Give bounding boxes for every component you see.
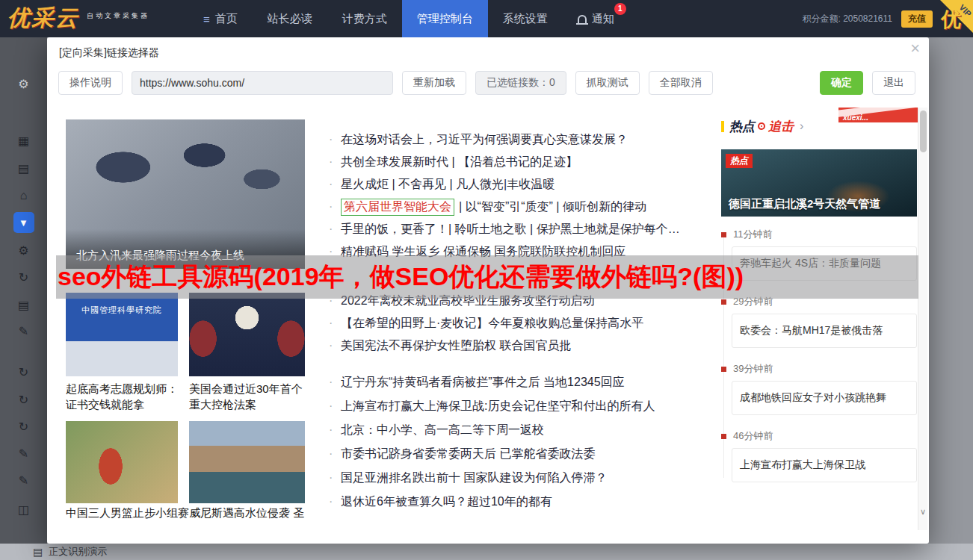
cancel-all-button[interactable]: 全部取消 [649,71,713,95]
refresh-icon[interactable]: ↻ [19,420,28,434]
doc-icon: ▤ [33,546,43,558]
refresh-icon[interactable]: ↻ [19,270,28,284]
gear-icon[interactable]: ⚙ [18,243,28,258]
list-icon[interactable]: ▤ [18,161,29,175]
nav-home-label: 首页 [215,12,238,26]
close-icon[interactable]: × [910,40,920,57]
hot-tag: 热点 [726,154,753,168]
logo-title: 优采云 [7,1,79,34]
recharge-button[interactable]: 充值 [901,10,933,28]
app-logo[interactable]: 优采云 自动文章采集器 [7,1,149,34]
headline-item[interactable]: · 2022年离校未就业高校毕业生服务攻坚行动启动 [329,290,717,312]
nav-billing[interactable]: 计费方式 [327,0,402,37]
bullet-icon: · [329,495,341,508]
edit-icon[interactable]: ✎ [19,447,28,461]
nav-system-settings[interactable]: 系统设置 [488,0,563,37]
filter-icon[interactable]: ▼ [13,212,34,233]
bullet-icon: · [329,339,341,352]
headline-link[interactable]: 2022年离校未就业高校毕业生服务攻坚行动启动 [341,293,595,309]
headline-link[interactable]: 共创全球发展新时代 | 【沿着总书记的足迹】 [341,155,578,170]
hot-news-link[interactable]: 上海宣布打赢大上海保卫战 [732,448,917,482]
sidebar-item-body-recognition-demo[interactable]: ▤ 正文识别演示 [33,545,107,559]
grab-test-button[interactable]: 抓取测试 [575,71,640,95]
headline-link[interactable]: 美国宪法不再保护女性堕胎权 联合国官员批 [341,338,571,354]
bullet-icon: · [329,155,341,169]
edit-icon[interactable]: ✎ [19,473,28,488]
headline-item[interactable]: · 上海宣布打赢大上海保卫战:历史会记住坚守和付出的所有人 [329,394,717,418]
hot-pursuit-section: 热点 追击 › 热点 德国正重启北溪2号天然气管道 11分钟前 [721,118,917,496]
hot-news-link[interactable]: 欧委会：马航MH17是被俄击落 [732,314,917,348]
embedded-webpage: xuexi... 北方入汛来最强降雨过程今夜上线 中國管理科學研究院 起底高考志… [66,108,927,530]
menu-icon: ≡ [203,13,210,25]
chevron-right-icon[interactable]: › [800,119,803,133]
edit-icon[interactable]: ✎ [19,324,28,338]
hot-news-link[interactable]: 奔驰车起火 4S店：非质量问题 [732,246,917,281]
gear-icon[interactable]: ⚙ [18,77,28,91]
news-caption[interactable]: 中国三人男篮止步小组赛 [66,506,189,520]
nav-admin-console[interactable]: 管理控制台 [402,0,488,37]
hot-section-header[interactable]: 热点 追击 › [721,118,917,134]
headline-link[interactable]: 手里的饭，更香了！| 聆听土地之歌 | 保护黑土地就是保护每个… [341,222,680,237]
hot-feature-caption[interactable]: 德国正重启北溪2号天然气管道 [729,197,880,211]
url-input[interactable] [132,71,393,95]
exit-button[interactable]: 退出 [872,71,915,95]
news-caption[interactable]: 美国会通过近30年首个重大控枪法案 [189,381,305,412]
bullet-icon: · [329,245,341,258]
headline-item[interactable]: · 精准赋码 学生返乡 保通保畅 国务院联防联控机制回应 [329,240,717,263]
scrollbar-thumb[interactable] [920,111,927,152]
selected-link-highlight[interactable]: 第六届世界智能大会 [341,199,454,216]
news-caption[interactable]: 起底高考志愿规划师：证书交钱就能拿 [66,381,178,412]
dialog-toolbar: 操作说明 重新加载 已选链接数：0 抓取测试 全部取消 确定 退出 [58,70,915,96]
bullet-icon: · [329,471,341,485]
list-icon[interactable]: ▤ [18,298,29,312]
news-image-basketball[interactable] [66,421,178,503]
headline-link[interactable]: | 以“智变”引“质变” | 倾听创新的律动 [459,199,646,215]
nav-webmaster-reading[interactable]: 站长必读 [253,0,327,37]
refresh-icon[interactable]: ↻ [19,365,28,379]
headline-item[interactable]: · 在这场对话会上，习近平为何强调要真心实意谋发展？ [329,128,717,151]
news-image-caption[interactable]: 北方入汛来最强降雨过程今夜上线 [66,229,305,269]
headline-item[interactable]: · 美国宪法不再保护女性堕胎权 联合国官员批 [329,335,717,357]
chevron-down-icon[interactable]: ∨ [918,507,927,517]
headline-item[interactable]: · 退休近6年被查算久吗？超过10年的都有 [329,490,717,514]
news-image-rain[interactable]: 北方入汛来最强降雨过程今夜上线 [66,119,305,269]
hot-feature-image[interactable]: 热点 德国正重启北溪2号天然气管道 [721,149,917,217]
headline-link[interactable]: 上海宣布打赢大上海保卫战:历史会记住坚守和付出的所有人 [341,399,655,414]
headline-link[interactable]: 北京：中小学、高一高二等下周一返校 [341,423,544,438]
news-image-academy[interactable]: 中國管理科學研究院 [66,293,178,376]
nav-home[interactable]: ≡ 首页 [188,0,253,37]
scrollbar[interactable]: ∨ [918,108,927,530]
help-button[interactable]: 操作说明 [58,71,123,95]
nav-notifications[interactable]: 通知 1 [563,0,629,37]
headline-item[interactable]: · 市委书记跻身省委常委两天后 已掌舵省委政法委 [329,442,717,466]
home-icon[interactable]: ⌂ [20,189,28,202]
headline-link[interactable]: 市委书记跻身省委常委两天后 已掌舵省委政法委 [341,447,595,462]
chart-icon[interactable]: ▦ [18,134,29,148]
headline-item[interactable]: · 【在希望的田野上·麦收记】今年夏粮收购总量保持高水平 [329,312,717,335]
headline-link[interactable]: 退休近6年被查算久吗？超过10年的都有 [341,494,552,510]
float-logo-badge[interactable]: 优 [941,6,961,33]
bullet-icon: · [329,447,341,461]
headline-item[interactable]: · 第六届世界智能大会 | 以“智变”引“质变” | 倾听创新的律动 [329,196,717,218]
hot-news-item: 11分钟前 奔驰车起火 4S店：非质量问题 [721,227,917,281]
headline-link[interactable]: 在这场对话会上，习近平为何强调要真心实意谋发展？ [341,132,628,148]
headline-item[interactable]: · 辽宁丹东“持黄码者看病被拦”事件之后 当地12345回应 [329,370,717,394]
headline-item[interactable]: · 手里的饭，更香了！| 聆听土地之歌 | 保护黑土地就是保护每个… [329,218,717,240]
panel-icon[interactable]: ◫ [18,503,29,517]
headline-item[interactable]: · 共创全球发展新时代 | 【沿着总书记的足迹】 [329,151,717,173]
refresh-icon[interactable]: ↻ [19,393,28,407]
headline-item[interactable]: · 北京：中小学、高一高二等下周一返校 [329,418,717,442]
headline-link[interactable]: 精准赋码 学生返乡 保通保畅 国务院联防联控机制回应 [341,244,626,260]
reload-button[interactable]: 重新加载 [402,71,466,95]
headline-link[interactable]: 【在希望的田野上·麦收记】今年夏粮收购总量保持高水平 [341,316,643,332]
news-image-congress[interactable] [189,293,305,376]
headline-link[interactable]: 辽宁丹东“持黄码者看病被拦”事件之后 当地12345回应 [341,375,625,391]
news-image-venice[interactable] [189,421,305,503]
headline-link[interactable]: 星火成炬 | 不舍再见 | 凡人微光|丰收温暖 [341,177,555,193]
headline-item[interactable]: · 国足亚洲排名跌出前十 国家队建设为何陷入停滞？ [329,466,717,490]
hot-news-link[interactable]: 成都地铁回应女子对小孩跳艳舞 [732,381,917,415]
news-caption[interactable]: 威尼斯遇高水位侵袭 圣 [189,506,304,520]
confirm-button[interactable]: 确定 [820,71,863,95]
headline-link[interactable]: 国足亚洲排名跌出前十 国家队建设为何陷入停滞？ [341,470,607,486]
headline-item[interactable]: · 星火成炬 | 不舍再见 | 凡人微光|丰收温暖 [329,173,717,196]
